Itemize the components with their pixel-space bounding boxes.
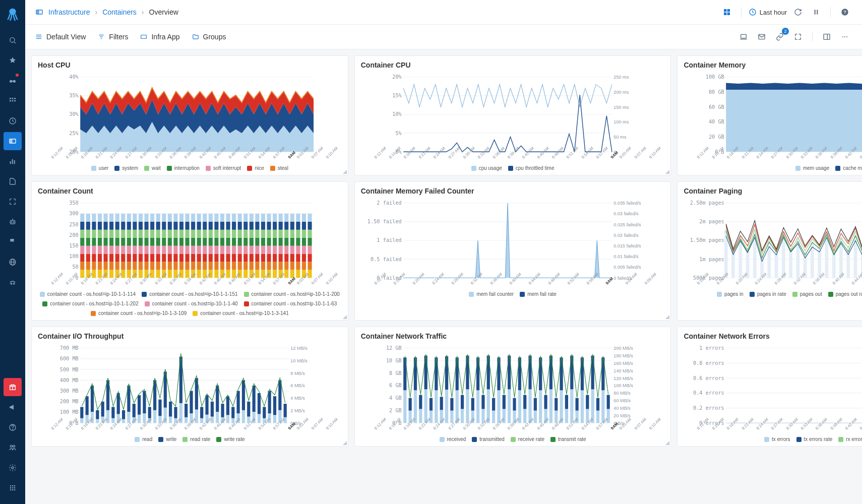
nav-gift-icon[interactable]	[4, 378, 22, 396]
resize-handle[interactable]	[665, 441, 669, 445]
legend-item[interactable]: container count - os.host=ip-10-1-1-151	[142, 291, 237, 297]
toolbar-mail-icon[interactable]	[755, 30, 769, 44]
nav-clock-icon[interactable]	[4, 112, 22, 130]
search-icon[interactable]	[4, 31, 22, 49]
legend-item[interactable]: cache memory	[835, 165, 862, 171]
panel-title[interactable]: Container Network Traffic	[361, 332, 665, 340]
toolbar-infra-app[interactable]: Infra App	[140, 33, 179, 41]
legend-item[interactable]: tx errors	[764, 436, 790, 442]
legend-item[interactable]: pages in rate	[750, 291, 786, 297]
toolbar-link-icon[interactable]: 2	[773, 30, 787, 44]
legend-item[interactable]: read rate	[182, 436, 210, 442]
legend-item[interactable]: receive rate	[511, 436, 544, 442]
pause-icon[interactable]	[809, 5, 823, 19]
nav-grid-icon[interactable]	[4, 479, 22, 497]
nav-robot-icon[interactable]	[4, 213, 22, 231]
toolbar-expand-icon[interactable]	[791, 30, 805, 44]
nav-flag-icon[interactable]	[4, 233, 22, 251]
toolbar-laptop-icon[interactable]	[736, 30, 751, 44]
panel-title[interactable]: Host CPU	[38, 61, 342, 69]
legend-item[interactable]: transmitted	[472, 436, 504, 442]
legend-item[interactable]: read	[135, 436, 152, 442]
nav-fullscreen-icon[interactable]	[4, 193, 22, 211]
chart-area[interactable]: 350300250200150100500	[38, 200, 342, 281]
legend-item[interactable]: cpu usage	[471, 165, 502, 171]
refresh-icon[interactable]	[791, 5, 805, 19]
nav-people-icon[interactable]	[4, 438, 22, 457]
legend-item[interactable]: rx errors	[838, 436, 862, 442]
nav-binoculars-icon[interactable]	[4, 72, 22, 90]
chart-svg[interactable]: 40%35%30%25%20%	[38, 74, 342, 155]
panel-title[interactable]: Container Memory	[684, 61, 862, 69]
nav-help-icon[interactable]	[4, 418, 22, 436]
legend-item[interactable]: pages out rate	[828, 291, 862, 297]
panel-title[interactable]: Container Paging	[684, 187, 862, 195]
legend-item[interactable]: container count - os.host=ip-10-1-1-202	[42, 301, 138, 306]
legend-item[interactable]: container count - os.host=ip-10-1-1-40	[145, 301, 238, 306]
app-logo[interactable]	[5, 6, 20, 21]
legend-item[interactable]: container count - os.host=ip-10-1-1-114	[40, 291, 136, 297]
panel-title[interactable]: Container Count	[38, 187, 342, 195]
toolbar-more-icon[interactable]	[838, 30, 852, 44]
nav-infrastructure-icon[interactable]	[4, 132, 22, 150]
nav-anon-icon[interactable]	[4, 273, 22, 291]
resize-handle[interactable]	[665, 315, 669, 319]
chart-area[interactable]: 20%15%10%5%0%250 ms200 ms150 ms100 ms50 …	[361, 74, 665, 155]
toolbar-default-view[interactable]: Default View	[35, 33, 86, 41]
nav-announce-icon[interactable]	[4, 398, 22, 416]
chart-area[interactable]: 40%35%30%25%20%	[38, 74, 342, 155]
nav-metrics-icon[interactable]	[4, 152, 22, 170]
panel-title[interactable]: Container CPU	[361, 61, 665, 69]
chart-area[interactable]: 1 errors0.8 errors0.6 errors0.4 errors0.…	[684, 345, 862, 426]
legend-item[interactable]: received	[440, 436, 466, 442]
chart-area[interactable]: 700 MB600 MB500 MB400 MB300 MB200 MB100 …	[38, 345, 342, 426]
legend-item[interactable]: nice	[247, 165, 264, 171]
legend-item[interactable]: transmit rate	[550, 436, 586, 442]
toolbar-panel-icon[interactable]	[820, 30, 834, 44]
resize-handle[interactable]	[343, 441, 347, 445]
legend-item[interactable]: wait	[144, 165, 161, 171]
legend-item[interactable]: container count - os.host=ip-10-1-3-141	[193, 310, 288, 316]
breadcrumb-infrastructure[interactable]: Infrastructure	[48, 8, 90, 16]
chart-svg[interactable]: 12 GB10 GB8 GB6 GB4 GB2 GB0 B200 MB/s180…	[361, 345, 665, 426]
legend-item[interactable]: cpu throttled time	[508, 165, 555, 171]
chart-area[interactable]: 100 GB80 GB60 GB40 GB20 GB0 B	[684, 74, 862, 155]
chart-svg[interactable]: 1 errors0.8 errors0.6 errors0.4 errors0.…	[684, 345, 862, 426]
legend-item[interactable]: user	[91, 165, 108, 171]
legend-item[interactable]: mem usage	[795, 165, 829, 171]
grid-view-icon[interactable]	[720, 5, 734, 19]
toolbar-groups[interactable]: Groups	[192, 33, 226, 41]
legend-item[interactable]: pages out	[792, 291, 822, 297]
toolbar-filters[interactable]: Filters	[98, 33, 128, 41]
resize-handle[interactable]	[343, 315, 347, 319]
legend-item[interactable]: container count - os.host=ip-10-1-3-109	[91, 310, 187, 316]
legend-item[interactable]: tx errors rate	[796, 436, 833, 442]
legend-item[interactable]: mem fail counter	[469, 291, 514, 297]
legend-item[interactable]: container count - os.host=ip-10-1-1-63	[244, 301, 337, 306]
legend-item[interactable]: pages in	[717, 291, 744, 297]
legend-item[interactable]: container count - os.host=ip-10-1-1-200	[244, 291, 340, 297]
legend-item[interactable]: interruption	[167, 165, 200, 171]
legend-item[interactable]: soft interrupt	[206, 165, 241, 171]
time-range-selector[interactable]: Last hour	[749, 8, 787, 16]
nav-apps-icon[interactable]	[4, 92, 22, 110]
nav-settings-icon[interactable]	[4, 459, 22, 477]
legend-item[interactable]: write	[158, 436, 176, 442]
legend-item[interactable]: system	[114, 165, 138, 171]
chart-svg[interactable]: 100 GB80 GB60 GB40 GB20 GB0 B	[684, 74, 862, 155]
help-icon[interactable]: ?	[838, 5, 852, 19]
panel-title[interactable]: Container Memory Failed Counter	[361, 187, 665, 195]
chart-svg[interactable]: 700 MB600 MB500 MB400 MB300 MB200 MB100 …	[38, 345, 342, 426]
chart-svg[interactable]: 350300250200150100500	[38, 200, 342, 281]
legend-item[interactable]: write rate	[216, 436, 244, 442]
panel-title[interactable]: Container I/O Throughput	[38, 332, 342, 340]
breadcrumb-containers[interactable]: Containers	[102, 8, 137, 16]
chart-svg[interactable]: 20%15%10%5%0%250 ms200 ms150 ms100 ms50 …	[361, 74, 665, 155]
legend-item[interactable]: steal	[270, 165, 288, 171]
chart-area[interactable]: 12 GB10 GB8 GB6 GB4 GB2 GB0 B200 MB/s180…	[361, 345, 665, 426]
chart-area[interactable]: 2.50m pages2m pages1.50m pages1m pages50…	[684, 200, 862, 281]
nav-document-icon[interactable]	[4, 172, 22, 191]
chart-svg[interactable]: 2.50m pages2m pages1.50m pages1m pages50…	[684, 200, 862, 281]
legend-item[interactable]: mem fail rate	[520, 291, 557, 297]
resize-handle[interactable]	[665, 170, 669, 174]
